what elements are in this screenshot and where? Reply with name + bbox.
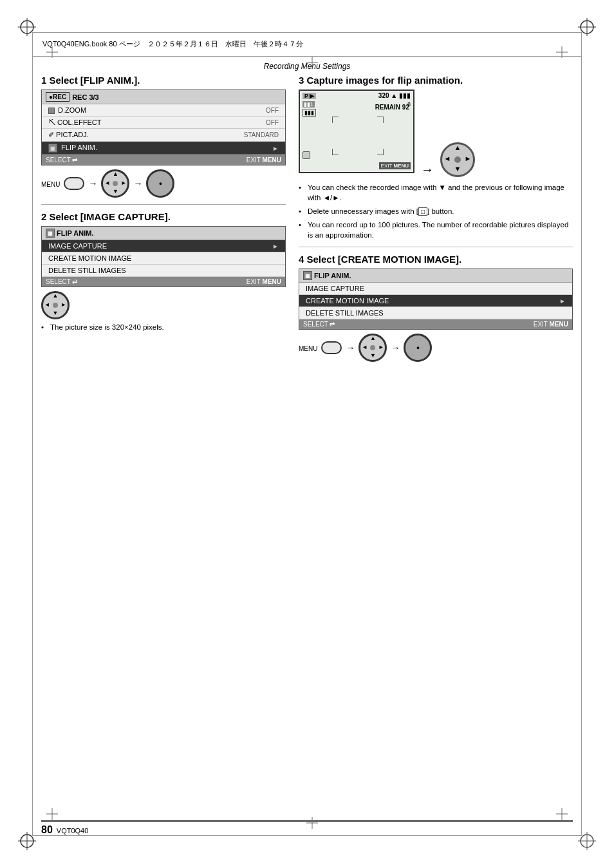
- step2-dpad: ▲ ◄► ▼: [41, 291, 70, 319]
- step4-nav-oval: [321, 341, 342, 354]
- step1-nav-oval: [64, 177, 84, 190]
- step2-nav: ▲ ◄► ▼: [41, 291, 286, 319]
- step4-menu: ▦ FLIP ANIM. IMAGE CAPTURE CREATE MOTION…: [299, 269, 573, 330]
- lcd-top-bar: P ▶ 320 ▲ ▮▮▮: [300, 91, 413, 100]
- lcd-exit: EXIT MENU: [379, 162, 411, 169]
- crosshair-bottom-center: [306, 817, 318, 831]
- crosshair-top-center: [306, 57, 318, 70]
- step2-section: 2 Select [IMAGE CAPTURE]. ▦ FLIP ANIM. I…: [41, 211, 286, 332]
- content-area: 1 Select [FLIP ANIM.]. ●REC REC 3/3 D.ZO…: [41, 75, 573, 823]
- step3-dpad-container: ▲ ◄► ▼: [440, 142, 475, 177]
- rec-icon: ●REC: [46, 92, 70, 102]
- lcd-resolution: 320 ▲ ▮▮▮: [378, 92, 411, 99]
- step3-bullet2: Delete unnecessary images with [□] butto…: [299, 206, 573, 216]
- step2-menu-title: ▦ FLIP ANIM.: [42, 227, 285, 240]
- step2-bullet: The picture size is 320×240 pixels.: [41, 322, 286, 332]
- step4-arrow1: →: [346, 343, 355, 353]
- step3-bullet3: You can record up to 100 pictures. The n…: [299, 220, 573, 240]
- step4-enter: ●: [404, 334, 432, 362]
- step3-shutter-btn: ▲ ◄► ▼: [440, 142, 475, 177]
- step2-menu-footer: SELECT ⇄ EXIT MENU: [42, 277, 285, 287]
- step4-heading: 4 Select [CREATE MOTION IMAGE].: [299, 254, 573, 265]
- step4-dpad: ▲ ◄► ▼: [358, 334, 387, 362]
- focus-bracket: [332, 117, 384, 155]
- step1-menu: ●REC REC 3/3 D.ZOOM OFF ⛏ COL.EFFECT OFF…: [41, 90, 286, 165]
- header-text: VQT0Q40ENG.book 80 ページ ２０２５年２月１６日 水曜日 午後…: [42, 39, 303, 49]
- divider1: [41, 204, 286, 205]
- flipanim-icon: ▦: [48, 144, 57, 153]
- step4-menu-label: MENU: [299, 345, 317, 352]
- step4-flipanim-icon: ▦: [303, 271, 312, 280]
- step2-flipanim-icon: ▦: [46, 229, 55, 238]
- step1-item-pictadj: ✐ PICT.ADJ. STANDARD: [42, 129, 285, 142]
- step3-display: P ▶ 320 ▲ ▮▮▮ ▮▮1 8 ▮▮▮ REMAIN 92: [299, 90, 573, 177]
- step1-item-flipanim: ▦ FLIP ANIM. ►: [42, 142, 285, 155]
- right-column: 3 Capture images for flip animation. P ▶…: [299, 75, 573, 823]
- step4-menu-title: ▦ FLIP ANIM.: [299, 269, 572, 283]
- step1-dpad: ▲ ◄► ▼: [101, 169, 129, 198]
- dzoom-icon: [48, 108, 55, 114]
- step2-item-imagecapture: IMAGE CAPTURE ►: [42, 240, 285, 252]
- step1-enter: ●: [146, 169, 174, 198]
- header-strip: VQT0Q40ENG.book 80 ページ ２０２５年２月１６日 水曜日 午後…: [32, 32, 582, 57]
- step4-item-deletestill: DELETE STILL IMAGES: [299, 307, 572, 319]
- step3-lcd: P ▶ 320 ▲ ▮▮▮ ▮▮1 8 ▮▮▮ REMAIN 92: [299, 90, 414, 173]
- step1-item-dzoom: D.ZOOM OFF: [42, 104, 285, 117]
- step1-menu-label: MENU: [41, 181, 60, 188]
- step1-arrow: →: [88, 178, 97, 189]
- lcd-rec-btn: [302, 151, 310, 159]
- step4-menu-footer: SELECT ⇄ EXIT MENU: [299, 319, 572, 329]
- step4-arrow2: →: [391, 343, 400, 353]
- step1-section: 1 Select [FLIP ANIM.]. ●REC REC 3/3 D.ZO…: [41, 75, 286, 198]
- step1-heading: 1 Select [FLIP ANIM.].: [41, 75, 286, 86]
- lcd-mode: P ▶: [302, 93, 316, 99]
- step2-heading: 2 Select [IMAGE CAPTURE].: [41, 211, 286, 222]
- page-number: 80: [41, 824, 53, 836]
- step3-arrow: →: [421, 162, 434, 177]
- step4-item-createmotion: CREATE MOTION IMAGE ►: [299, 295, 572, 307]
- page-code: VQT0Q40: [57, 827, 89, 835]
- step1-menu-footer: SELECT ⇄ EXIT MENU: [42, 155, 285, 165]
- divider2: [299, 247, 573, 247]
- step3-bullet1: You can check the recorded image with ▼ …: [299, 182, 573, 203]
- left-column: 1 Select [FLIP ANIM.]. ●REC REC 3/3 D.ZO…: [41, 75, 286, 823]
- step1-item-coleffect: ⛏ COL.EFFECT OFF: [42, 117, 285, 129]
- step1-menu-title: ●REC REC 3/3: [42, 90, 285, 104]
- step2-item-createmotion: CREATE MOTION IMAGE: [42, 252, 285, 265]
- step4-item-imagecapture: IMAGE CAPTURE: [299, 283, 572, 295]
- step1-nav: MENU → ▲ ◄► ▼ → ●: [41, 169, 286, 198]
- step3-section: 3 Capture images for flip animation. P ▶…: [299, 75, 573, 240]
- step2-item-deletestill: DELETE STILL IMAGES: [42, 265, 285, 277]
- step3-heading: 3 Capture images for flip animation.: [299, 75, 573, 86]
- step2-menu: ▦ FLIP ANIM. IMAGE CAPTURE ► CREATE MOTI…: [41, 226, 286, 287]
- step4-section: 4 Select [CREATE MOTION IMAGE]. ▦ FLIP A…: [299, 254, 573, 362]
- step4-nav: MENU → ▲ ◄► ▼ → ●: [299, 334, 573, 362]
- lcd-remain: REMAIN 92: [375, 104, 409, 111]
- lcd-counter-icon: ▮▮1: [302, 101, 315, 108]
- step1-arrow2: →: [133, 178, 142, 189]
